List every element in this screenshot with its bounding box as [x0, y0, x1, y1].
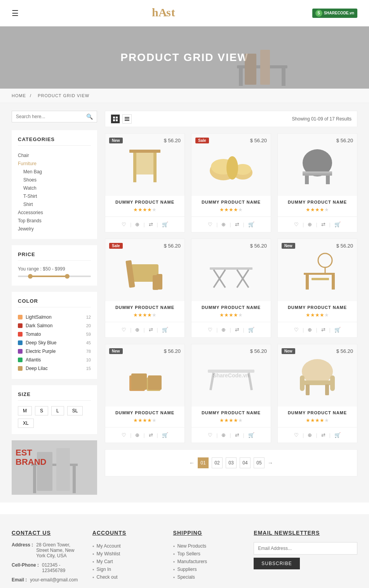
size-s[interactable]: S — [35, 406, 48, 415]
list-item[interactable]: Specials — [173, 573, 242, 581]
compare-button[interactable]: ⇄ — [317, 325, 329, 334]
category-furniture[interactable]: Furniture — [18, 161, 37, 166]
category-jewelry[interactable]: Jewelry — [18, 226, 34, 232]
size-m[interactable]: M — [18, 406, 32, 415]
category-tshirt[interactable]: T-Shirt — [23, 194, 37, 199]
zoom-button[interactable]: ⊕ — [131, 431, 143, 440]
product-price: $ 56.20 — [250, 138, 267, 143]
zoom-button[interactable]: ⊕ — [218, 325, 230, 334]
list-item[interactable]: My Cart — [92, 558, 162, 565]
list-item[interactable]: Sign In — [92, 565, 162, 573]
list-item[interactable]: LightSalmon 12 — [18, 313, 91, 321]
compare-button[interactable]: ⇄ — [145, 431, 157, 440]
list-item[interactable]: T-Shirt — [18, 192, 91, 200]
compare-button[interactable]: ⇄ — [317, 431, 329, 440]
zoom-button[interactable]: ⊕ — [218, 431, 230, 440]
page-01[interactable]: 01 — [198, 457, 209, 468]
compare-button[interactable]: ⇄ — [145, 325, 157, 334]
size-xl[interactable]: XL — [18, 419, 34, 428]
zoom-button[interactable]: ⊕ — [131, 325, 143, 334]
category-accessories[interactable]: Accessories — [18, 210, 43, 215]
cart-button[interactable]: 🛒 — [244, 220, 258, 229]
pagination-prev[interactable]: ← — [189, 460, 195, 466]
wishlist-button[interactable]: ♡ — [290, 220, 303, 229]
list-item[interactable]: Men Bag — [18, 168, 91, 176]
wishlist-button[interactable]: ♡ — [204, 431, 216, 440]
list-item[interactable]: Furniture — [18, 159, 91, 168]
category-shoes[interactable]: Shoes — [23, 177, 37, 183]
hamburger-menu[interactable]: ☰ — [12, 9, 19, 18]
cart-button[interactable]: 🛒 — [158, 431, 172, 440]
cart-button[interactable]: 🛒 — [331, 325, 345, 334]
category-watch[interactable]: Watch — [23, 185, 37, 191]
compare-button[interactable]: ⇄ — [317, 220, 329, 229]
sidebar: 🔍 CATEGORIES Chair Furniture Men Bag Sho… — [12, 111, 97, 495]
cart-button[interactable]: 🛒 — [331, 431, 345, 440]
category-shirt[interactable]: Shirt — [23, 202, 33, 207]
list-item[interactable]: Shoes — [18, 176, 91, 184]
page-03[interactable]: 03 — [226, 457, 237, 468]
zoom-button[interactable]: ⊕ — [304, 220, 316, 229]
category-chair[interactable]: Chair — [18, 153, 29, 158]
search-input[interactable] — [16, 114, 86, 119]
subscribe-button[interactable]: SUBSCRIBE — [254, 558, 299, 569]
list-item[interactable]: Dark Salmon 20 — [18, 321, 91, 330]
list-item[interactable]: Deep Sky Blue 45 — [18, 338, 91, 347]
list-item[interactable]: Accessories — [18, 208, 91, 216]
list-item[interactable]: Tomato 59 — [18, 330, 91, 338]
size-l[interactable]: L — [51, 406, 64, 415]
list-item[interactable]: Top Sellers — [173, 550, 242, 558]
list-item[interactable]: Top Brands — [18, 216, 91, 225]
zoom-button[interactable]: ⊕ — [218, 220, 230, 229]
list-item[interactable]: Shirt — [18, 200, 91, 208]
size-sl[interactable]: SL — [67, 406, 83, 415]
list-item[interactable]: Electric Purple 78 — [18, 347, 91, 356]
list-view-icon[interactable] — [122, 114, 132, 124]
wishlist-button[interactable]: ♡ — [118, 325, 130, 334]
list-item[interactable]: Suppliers — [173, 565, 242, 573]
wishlist-button[interactable]: ♡ — [290, 431, 303, 440]
pagination-next[interactable]: → — [268, 460, 273, 466]
list-item[interactable]: Manufacturers — [173, 558, 242, 565]
compare-button[interactable]: ⇄ — [231, 325, 243, 334]
svg-rect-60 — [306, 384, 310, 395]
search-icon[interactable]: 🔍 — [86, 113, 93, 120]
list-item[interactable]: Atlantis 10 — [18, 356, 91, 364]
list-item[interactable]: Chair — [18, 151, 91, 159]
list-item[interactable]: Watch — [18, 184, 91, 192]
compare-button[interactable]: ⇄ — [231, 220, 243, 229]
price-slider-handle-right[interactable] — [65, 274, 70, 279]
page-02[interactable]: 02 — [212, 457, 223, 468]
breadcrumb-home[interactable]: HOME — [12, 93, 26, 98]
list-item[interactable]: My Account — [92, 542, 162, 550]
grid-view-icon[interactable] — [111, 114, 120, 124]
list-item[interactable]: My Wishlist — [92, 550, 162, 558]
compare-button[interactable]: ⇄ — [231, 431, 243, 440]
wishlist-button[interactable]: ♡ — [204, 325, 216, 334]
site-logo[interactable]: h A st — [150, 4, 181, 22]
price-slider[interactable] — [18, 276, 91, 277]
wishlist-button[interactable]: ♡ — [118, 220, 130, 229]
page-05[interactable]: 05 — [254, 457, 265, 468]
zoom-button[interactable]: ⊕ — [304, 431, 316, 440]
category-topbrands[interactable]: Top Brands — [18, 218, 42, 223]
wishlist-button[interactable]: ♡ — [290, 325, 303, 334]
wishlist-button[interactable]: ♡ — [204, 220, 216, 229]
list-item[interactable]: New Products — [173, 542, 242, 550]
price-slider-handle-left[interactable] — [28, 274, 33, 279]
list-item[interactable]: Deep Lilac 15 — [18, 364, 91, 373]
compare-button[interactable]: ⇄ — [145, 220, 157, 229]
list-item[interactable]: Check out — [92, 573, 162, 581]
list-item[interactable]: Jewelry — [18, 225, 91, 233]
zoom-button[interactable]: ⊕ — [304, 325, 316, 334]
newsletter-email-input[interactable] — [254, 542, 357, 555]
zoom-button[interactable]: ⊕ — [131, 220, 143, 229]
wishlist-button[interactable]: ♡ — [118, 431, 130, 440]
cart-button[interactable]: 🛒 — [158, 220, 172, 229]
cart-button[interactable]: 🛒 — [331, 220, 345, 229]
category-menbag[interactable]: Men Bag — [23, 169, 42, 174]
cart-button[interactable]: 🛒 — [244, 325, 258, 334]
cart-button[interactable]: 🛒 — [244, 431, 258, 440]
page-04[interactable]: 04 — [240, 457, 251, 468]
cart-button[interactable]: 🛒 — [158, 325, 172, 334]
